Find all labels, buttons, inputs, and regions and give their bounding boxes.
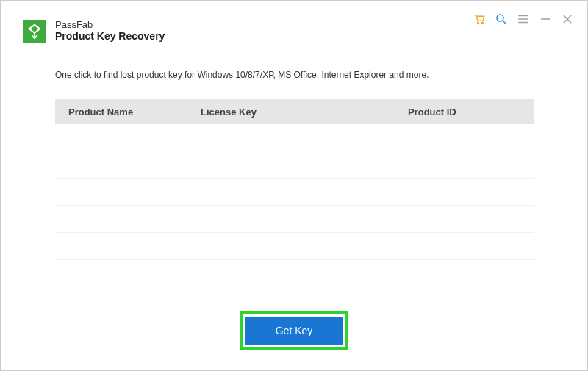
cart-icon[interactable] [473, 12, 486, 26]
table-header: Product Name License Key Product ID [55, 99, 534, 124]
column-product-id: Product ID [408, 107, 534, 118]
close-button[interactable] [561, 12, 574, 26]
table-row [55, 233, 534, 260]
search-icon[interactable] [495, 12, 508, 26]
table-row [55, 124, 534, 151]
table-row [55, 260, 534, 287]
titlebar-controls [473, 12, 574, 26]
description-text: One click to find lost product key for W… [55, 70, 429, 80]
brand-text: PassFab Product Key Recovery [55, 20, 165, 43]
column-license-key: License Key [201, 107, 408, 118]
app-logo [23, 20, 46, 43]
table-row [55, 151, 534, 179]
svg-point-0 [478, 22, 479, 24]
app-window: PassFab Product Key Recovery One click t… [0, 0, 588, 371]
menu-icon[interactable] [517, 12, 530, 26]
table-body [55, 124, 534, 287]
app-header: PassFab Product Key Recovery [23, 20, 165, 43]
get-key-button[interactable]: Get Key [245, 317, 343, 345]
table-row [55, 206, 534, 233]
svg-point-1 [482, 22, 484, 24]
minimize-button[interactable] [539, 12, 552, 26]
svg-line-3 [503, 21, 506, 24]
column-product-name: Product Name [55, 107, 201, 118]
get-key-highlight: Get Key [240, 311, 348, 350]
brand-name: PassFab [55, 20, 165, 30]
svg-point-2 [497, 15, 503, 21]
table-row [55, 179, 534, 206]
product-key-table: Product Name License Key Product ID [55, 99, 534, 287]
product-name: Product Key Recovery [55, 30, 165, 43]
